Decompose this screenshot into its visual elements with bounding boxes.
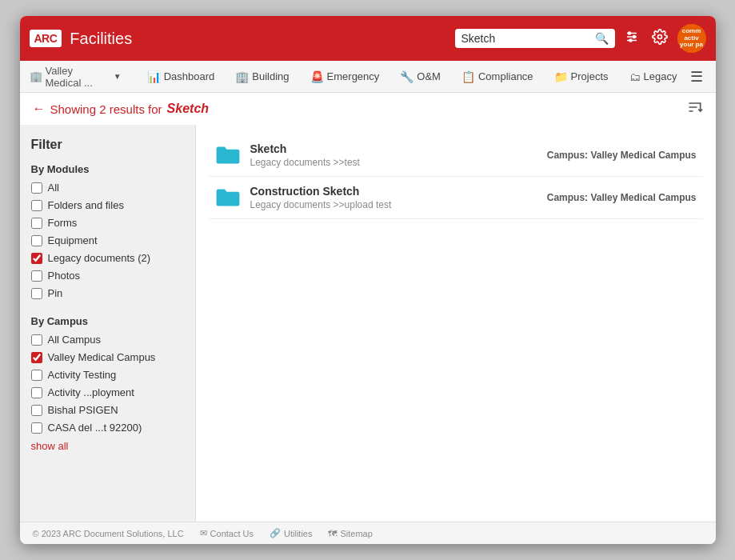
filter-checkbox-forms[interactable] <box>31 218 42 229</box>
result-info-construction: Construction Sketch Legacy documents >>u… <box>250 185 537 210</box>
filter-checkbox-legacy[interactable] <box>31 253 42 264</box>
campus-filter-section: By Campus All Campus Valley Medical Camp… <box>31 315 184 452</box>
filter-label-all-campus: All Campus <box>48 334 101 346</box>
nav-items-list: 📊 Dashboard 🏢 Building 🚨 Emergency 🔧 O&M… <box>138 67 687 86</box>
filter-item-valley-medical[interactable]: Valley Medical Campus <box>31 351 184 363</box>
footer-link-utilities: Utilities <box>284 529 312 538</box>
search-icon: 🔍 <box>595 32 609 45</box>
results-panel: Sketch Legacy documents >>test Campus: V… <box>196 125 716 522</box>
user-avatar[interactable]: commactivyour pa <box>677 24 706 53</box>
location-dropdown-icon: ▼ <box>114 72 122 81</box>
nav-item-emergency[interactable]: 🚨 Emergency <box>301 67 389 86</box>
back-button[interactable]: ← <box>33 102 46 116</box>
app-window: ARC Facilities 🔍 <box>20 16 716 544</box>
filter-label-valley-medical: Valley Medical Campus <box>48 351 156 363</box>
filter-label-bishal: Bishal PSIGEN <box>48 404 118 416</box>
sitemap-icon: 🗺 <box>328 529 337 538</box>
result-name-construction: Construction Sketch <box>250 185 537 198</box>
filter-item-forms[interactable]: Forms <box>31 217 184 229</box>
main-content: Filter By Modules All Folders and files … <box>20 125 716 522</box>
nav-label-projects: Projects <box>571 70 609 82</box>
modules-filter-title: By Modules <box>31 163 184 175</box>
app-title: Facilities <box>70 30 132 48</box>
filter-checkbox-all[interactable] <box>31 182 42 194</box>
footer-link-contact: Contact Us <box>210 529 254 538</box>
result-item-construction-sketch[interactable]: Construction Sketch Legacy documents >>u… <box>209 177 703 219</box>
modules-filter-section: By Modules All Folders and files Forms E… <box>31 163 184 299</box>
filter-title: Filter <box>31 138 184 152</box>
filter-item-photos[interactable]: Photos <box>31 270 184 282</box>
filter-label-folders: Folders and files <box>48 199 124 211</box>
result-path-construction: Legacy documents >>upload test <box>250 199 537 210</box>
filter-item-activity-testing[interactable]: Activity Testing <box>31 369 184 381</box>
footer-sitemap[interactable]: 🗺 Sitemap <box>328 529 372 538</box>
filter-item-activity-ployment[interactable]: Activity ...ployment <box>31 386 184 398</box>
nav-label-compliance: Compliance <box>478 70 533 82</box>
location-selector[interactable]: 🏢 Valley Medical ... ▼ <box>30 65 122 89</box>
filter-item-all[interactable]: All <box>31 182 184 194</box>
filter-item-bishal[interactable]: Bishal PSIGEN <box>31 404 184 416</box>
settings-button[interactable] <box>649 26 671 52</box>
utilities-icon: 🔗 <box>270 528 281 538</box>
arc-logo: ARC <box>30 30 62 47</box>
nav-label-building: Building <box>252 70 289 82</box>
filter-label-photos: Photos <box>48 270 80 282</box>
search-box[interactable]: 🔍 <box>455 29 615 48</box>
footer-copyright: © 2023 ARC Document Solutions, LLC <box>33 529 184 538</box>
legacy-icon: 🗂 <box>629 70 641 83</box>
breadcrumb-bar: ← Showing 2 results for Sketch <box>20 93 716 125</box>
nav-label-emergency: Emergency <box>327 70 380 82</box>
result-path-sketch: Legacy documents >>test <box>250 157 537 168</box>
nav-label-dashboard: Dashboard <box>164 70 215 82</box>
filter-checkbox-valley-medical[interactable] <box>31 352 42 363</box>
result-name-sketch: Sketch <box>250 142 537 155</box>
sort-icon <box>687 99 703 115</box>
footer-utilities[interactable]: 🔗 Utilities <box>270 528 312 538</box>
nav-item-projects[interactable]: 📁 Projects <box>545 67 618 86</box>
filter-label-forms: Forms <box>48 217 78 229</box>
filter-item-pin[interactable]: Pin <box>31 287 184 299</box>
filter-checkbox-casa[interactable] <box>31 422 42 434</box>
nav-menu-button[interactable]: ☰ <box>687 65 706 89</box>
filter-checkbox-pin[interactable] <box>31 288 42 299</box>
filter-item-legacy[interactable]: Legacy documents (2) <box>31 252 184 264</box>
filter-item-all-campus[interactable]: All Campus <box>31 334 184 346</box>
breadcrumb-left: ← Showing 2 results for Sketch <box>33 102 210 116</box>
sort-button[interactable] <box>687 99 703 118</box>
footer-link-sitemap: Sitemap <box>340 529 372 538</box>
folder-icon-sketch <box>215 145 241 166</box>
campus-value-sketch: Valley Medical Campus <box>590 150 696 161</box>
contact-icon: ✉ <box>200 528 207 538</box>
projects-icon: 📁 <box>554 70 568 83</box>
filter-checkbox-activity-ployment[interactable] <box>31 387 42 398</box>
filter-checkbox-folders[interactable] <box>31 200 42 211</box>
filter-label-activity-testing: Activity Testing <box>48 369 117 381</box>
nav-item-legacy[interactable]: 🗂 Legacy <box>620 67 687 86</box>
nav-item-dashboard[interactable]: 📊 Dashboard <box>138 67 225 86</box>
filter-item-casa[interactable]: CASA del ...t 92200) <box>31 422 184 434</box>
search-input[interactable] <box>461 32 590 45</box>
sliders-icon <box>625 30 639 44</box>
nav-item-om[interactable]: 🔧 O&M <box>390 67 450 86</box>
filter-checkbox-bishal[interactable] <box>31 405 42 416</box>
filter-checkbox-equipment[interactable] <box>31 235 42 246</box>
footer-contact[interactable]: ✉ Contact Us <box>200 528 254 538</box>
filter-checkbox-all-campus[interactable] <box>31 334 42 346</box>
show-all-link[interactable]: show all <box>31 440 184 452</box>
filter-item-folders[interactable]: Folders and files <box>31 199 184 211</box>
filter-item-equipment[interactable]: Equipment <box>31 234 184 246</box>
search-query-label: Sketch <box>167 102 209 116</box>
filter-label-activity-ployment: Activity ...ployment <box>48 386 134 398</box>
showing-text: Showing 2 results for <box>50 102 162 116</box>
filter-checkbox-photos[interactable] <box>31 270 42 282</box>
filter-options-button[interactable] <box>621 26 642 51</box>
filter-label-legacy: Legacy documents (2) <box>48 252 151 264</box>
result-item-sketch[interactable]: Sketch Legacy documents >>test Campus: V… <box>209 134 703 177</box>
result-info-sketch: Sketch Legacy documents >>test <box>250 142 537 168</box>
result-campus-sketch: Campus: Valley Medical Campus <box>547 150 697 161</box>
nav-item-compliance[interactable]: 📋 Compliance <box>452 67 543 86</box>
dashboard-icon: 📊 <box>147 70 161 83</box>
nav-item-building[interactable]: 🏢 Building <box>226 67 298 86</box>
building-nav-icon: 🏢 <box>30 70 42 82</box>
filter-checkbox-activity-testing[interactable] <box>31 370 42 381</box>
